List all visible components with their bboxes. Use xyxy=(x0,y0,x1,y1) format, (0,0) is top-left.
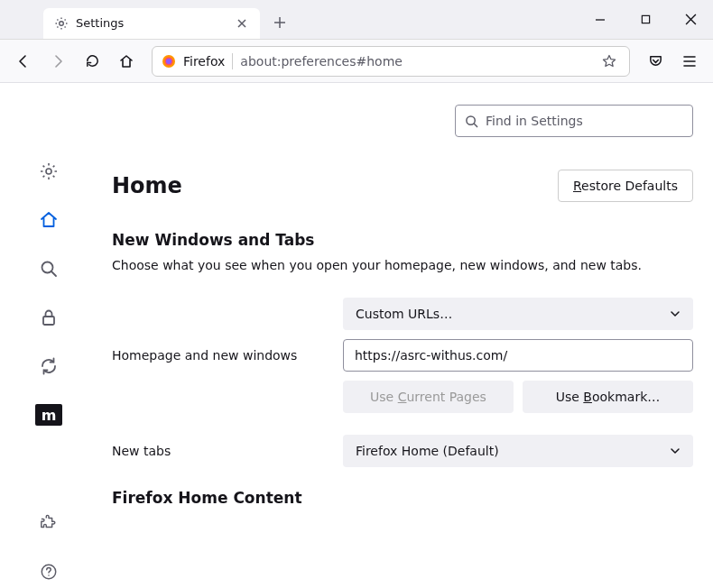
sidebar-item-general[interactable] xyxy=(32,155,65,188)
content: m Home Restore Defaults New Windows and … xyxy=(0,83,713,588)
url-bar[interactable]: Firefox about:preferences#home xyxy=(152,46,630,77)
settings-search[interactable] xyxy=(455,105,693,137)
new-tab-button[interactable] xyxy=(265,8,294,37)
use-current-pages-button[interactable]: Use Current Pages xyxy=(343,381,514,413)
menu-button[interactable] xyxy=(673,45,706,78)
sidebar-item-more[interactable]: m xyxy=(32,399,65,431)
titlebar: Settings xyxy=(0,0,713,40)
reload-button[interactable] xyxy=(76,45,108,78)
back-button[interactable] xyxy=(7,45,40,78)
svg-point-0 xyxy=(60,21,64,25)
sidebar-item-home[interactable] xyxy=(32,204,65,236)
url-path: about:preferences#home xyxy=(240,54,591,69)
tab-settings[interactable]: Settings xyxy=(43,8,260,39)
pocket-button[interactable] xyxy=(639,45,671,78)
tab-title: Settings xyxy=(76,16,233,30)
url-identity: Firefox xyxy=(183,54,225,69)
section-desc: Choose what you see when you open your h… xyxy=(112,258,693,272)
svg-point-4 xyxy=(166,59,171,64)
home-button[interactable] xyxy=(110,45,143,78)
search-input[interactable] xyxy=(486,114,683,128)
use-bookmark-button[interactable]: Use Bookmark… xyxy=(523,381,693,413)
sidebar-item-help[interactable] xyxy=(32,556,65,588)
newtabs-label: New tabs xyxy=(112,444,329,458)
section-title: New Windows and Tabs xyxy=(112,231,693,249)
close-icon[interactable] xyxy=(233,14,251,32)
svg-point-5 xyxy=(46,169,51,174)
svg-rect-1 xyxy=(642,15,649,23)
svg-rect-7 xyxy=(43,317,54,325)
firefox-icon xyxy=(162,54,176,69)
restore-defaults-button[interactable]: Restore Defaults xyxy=(558,170,693,202)
gear-icon xyxy=(54,16,69,31)
minimize-button[interactable] xyxy=(578,2,623,38)
maximize-button[interactable] xyxy=(623,2,668,38)
toolbar: Firefox about:preferences#home xyxy=(0,40,713,83)
bookmark-star-icon[interactable] xyxy=(598,51,620,72)
chevron-down-icon xyxy=(670,446,681,456)
sidebar-item-search[interactable] xyxy=(32,253,65,285)
footer-section-title: Firefox Home Content xyxy=(112,489,693,507)
dropdown-value: Firefox Home (Default) xyxy=(356,444,499,458)
m-icon: m xyxy=(35,404,62,426)
sidebar-item-privacy[interactable] xyxy=(32,301,65,334)
newtabs-dropdown[interactable]: Firefox Home (Default) xyxy=(343,435,693,467)
homepage-label: Homepage and new windows xyxy=(112,348,329,363)
dropdown-value: Custom URLs… xyxy=(356,307,452,321)
sidebar-item-sync[interactable] xyxy=(32,350,65,382)
close-window-button[interactable] xyxy=(668,2,713,38)
sidebar: m xyxy=(0,83,97,588)
forward-button[interactable] xyxy=(42,45,74,78)
sidebar-item-extensions[interactable] xyxy=(32,507,65,539)
search-icon xyxy=(465,115,478,128)
window-controls xyxy=(578,2,713,38)
chevron-down-icon xyxy=(670,308,681,319)
homepage-url-input[interactable] xyxy=(343,339,693,372)
page-title: Home xyxy=(112,173,182,198)
homepage-dropdown[interactable]: Custom URLs… xyxy=(343,298,693,330)
main-content: Home Restore Defaults New Windows and Ta… xyxy=(97,83,713,588)
url-separator xyxy=(232,53,233,69)
